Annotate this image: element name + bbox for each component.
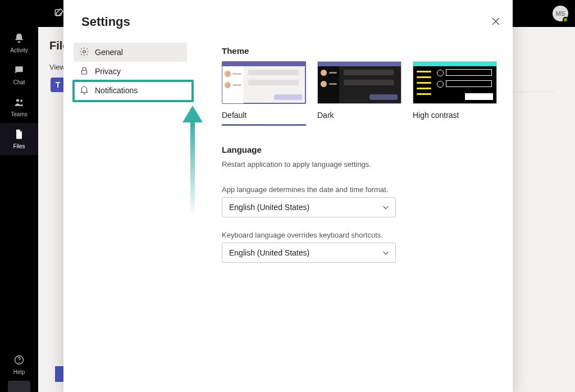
settings-content: Theme Default [222, 46, 497, 263]
svg-rect-6 [82, 70, 87, 74]
theme-option-high-contrast[interactable]: High contrast [413, 61, 497, 126]
chevron-down-icon [382, 249, 390, 258]
gear-icon [79, 47, 89, 58]
nav-label: Privacy [95, 67, 121, 76]
theme-options: Default Dark [222, 61, 497, 126]
nav-label: Notifications [95, 86, 138, 95]
nav-item-general[interactable]: General [74, 43, 187, 62]
select-value: English (United States) [229, 203, 309, 212]
nav-item-notifications[interactable]: Notifications [74, 81, 187, 100]
keyboard-language-hint: Keyboard language overrides keyboard sho… [222, 231, 497, 239]
settings-dialog: Settings General Privacy Notifications T… [63, 0, 513, 392]
selected-underline [222, 124, 306, 126]
theme-label: Dark [317, 111, 401, 120]
chevron-down-icon [382, 203, 390, 213]
theme-thumbnail [317, 61, 401, 104]
svg-point-5 [83, 50, 86, 53]
dialog-title: Settings [81, 15, 130, 29]
theme-thumbnail [222, 61, 306, 104]
app-language-select[interactable]: English (United States) [222, 197, 396, 217]
theme-thumbnail [413, 61, 497, 104]
language-restart-hint: Restart application to apply language se… [222, 160, 497, 168]
keyboard-language-select[interactable]: English (United States) [222, 243, 396, 263]
settings-nav: General Privacy Notifications [74, 43, 187, 100]
theme-label: Default [222, 111, 306, 120]
lock-icon [79, 66, 89, 78]
svg-marker-7 [182, 106, 203, 122]
annotation-arrow-icon [176, 106, 209, 217]
nav-label: General [95, 48, 123, 57]
svg-rect-8 [190, 121, 195, 217]
nav-item-privacy[interactable]: Privacy [74, 62, 187, 81]
bell-icon [79, 85, 89, 97]
app-language-hint: App language determines the date and tim… [222, 185, 497, 194]
theme-section-title: Theme [222, 46, 497, 56]
close-icon[interactable] [491, 17, 500, 26]
theme-option-dark[interactable]: Dark [317, 61, 401, 126]
theme-label: High contrast [413, 111, 497, 120]
select-value: English (United States) [229, 248, 309, 257]
theme-option-default[interactable]: Default [222, 61, 306, 126]
language-section-title: Language [222, 145, 497, 154]
